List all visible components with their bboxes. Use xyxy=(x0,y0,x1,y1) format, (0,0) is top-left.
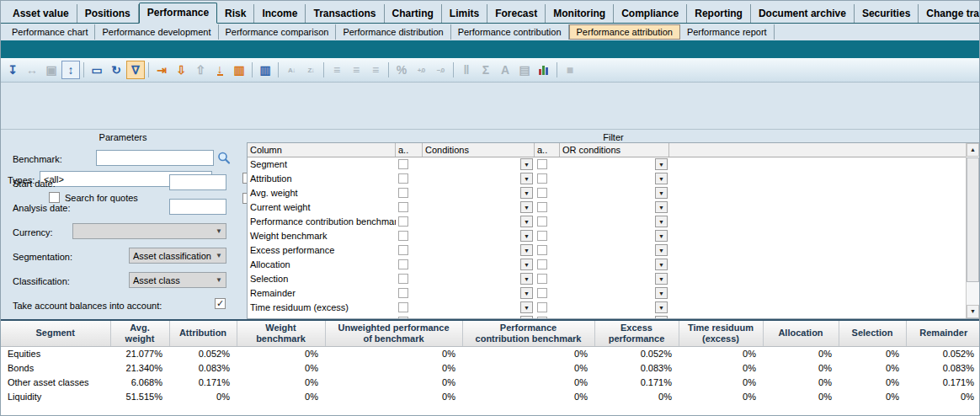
sort-asc-icon[interactable]: A↓ xyxy=(282,61,301,79)
or-conditions-dropdown[interactable]: ▼ xyxy=(655,301,668,313)
filter-or-checkbox[interactable] xyxy=(537,302,547,312)
main-tab-document-archive[interactable]: Document archive xyxy=(751,4,855,23)
sub-tab-performance-chart[interactable]: Performance chart xyxy=(5,24,95,40)
sort-desc-icon[interactable]: Z↓ xyxy=(301,61,320,79)
filter-and-checkbox[interactable] xyxy=(398,274,408,284)
filter-scrollbar[interactable]: ▲ ▼ xyxy=(966,143,979,318)
filter-and-checkbox[interactable] xyxy=(398,245,408,255)
or-conditions-dropdown[interactable]: ▼ xyxy=(655,216,668,227)
filter-and-checkbox[interactable] xyxy=(398,188,408,198)
filter-or-checkbox[interactable] xyxy=(537,231,547,241)
filter-or-checkbox[interactable] xyxy=(537,274,547,284)
or-conditions-dropdown[interactable]: ▼ xyxy=(655,187,668,199)
or-conditions-dropdown[interactable]: ▼ xyxy=(655,287,668,299)
main-tab-securities[interactable]: Securities xyxy=(855,4,919,23)
filter-and-checkbox[interactable] xyxy=(398,302,408,312)
optimize-columns-icon[interactable]: ▥ xyxy=(230,61,248,79)
percent-icon[interactable]: % xyxy=(392,61,411,79)
main-tab-charting[interactable]: Charting xyxy=(385,4,442,23)
filter-or-checkbox[interactable] xyxy=(537,259,547,269)
results-header-excess-performance[interactable]: Excessperformance xyxy=(594,321,679,346)
main-tab-transactions[interactable]: Transactions xyxy=(306,4,384,23)
filter-and-checkbox[interactable] xyxy=(398,202,408,212)
main-tab-asset-value[interactable]: Asset value xyxy=(5,4,77,23)
account-balances-checkbox[interactable] xyxy=(215,298,226,309)
conditions-dropdown[interactable]: ▼ xyxy=(520,244,533,256)
analysis-date-input[interactable] xyxy=(169,199,226,215)
filter-or-checkbox[interactable] xyxy=(537,202,547,212)
conditions-dropdown[interactable]: ▼ xyxy=(520,273,533,285)
sum-icon[interactable]: Σ xyxy=(477,61,495,79)
group-columns-icon[interactable]: ‖ xyxy=(457,61,476,79)
table-row-liquidity[interactable]: Liquidity51.515%0%0%0%0%0%0%0%0%0% xyxy=(1,389,980,403)
conditions-dropdown[interactable]: ▼ xyxy=(520,173,533,184)
main-tab-risk[interactable]: Risk xyxy=(217,4,254,23)
or-conditions-dropdown[interactable]: ▼ xyxy=(655,244,668,256)
table-row-other-asset-classes[interactable]: Other asset classes6.068%0.171%0%0%0%0.1… xyxy=(1,375,980,389)
filter-and-checkbox[interactable] xyxy=(398,288,408,298)
jump-last-icon[interactable]: ↓ xyxy=(210,61,229,79)
start-date-input[interactable] xyxy=(169,174,226,190)
results-header-avg-weight[interactable]: Avg.weight xyxy=(110,321,169,346)
expand-column-icon[interactable]: ⇥ xyxy=(152,61,171,79)
remove-decimal-icon[interactable]: −.0 xyxy=(431,61,450,79)
table-row-equities[interactable]: Equities21.077%0.052%0%0%0%0.052%0%0%0%0… xyxy=(1,346,980,360)
results-header-weight-benchmark[interactable]: Weightbenchmark xyxy=(237,321,325,346)
or-conditions-dropdown[interactable]: ▼ xyxy=(655,201,668,213)
sub-tab-performance-comparison[interactable]: Performance comparison xyxy=(219,24,337,40)
columns-icon[interactable]: ▤ xyxy=(515,61,534,79)
main-tab-monitoring[interactable]: Monitoring xyxy=(546,4,614,23)
results-header-allocation[interactable]: Allocation xyxy=(763,321,839,346)
refresh-icon[interactable]: ↻ xyxy=(107,61,125,79)
scrollbar-thumb[interactable] xyxy=(967,157,979,282)
font-icon[interactable]: A xyxy=(496,61,514,79)
sub-tab-performance-attribution[interactable]: Performance attribution xyxy=(569,24,680,40)
column-visibility-icon[interactable]: ▥ xyxy=(256,61,274,79)
window-layout-icon[interactable]: ▭ xyxy=(88,61,106,79)
fit-height-icon[interactable]: ↕ xyxy=(61,61,80,79)
classification-combo[interactable]: Asset class ▼ xyxy=(129,272,226,288)
benchmark-search-icon[interactable] xyxy=(216,151,232,166)
or-conditions-dropdown[interactable]: ▼ xyxy=(655,173,668,184)
filter-and-checkbox[interactable] xyxy=(398,259,408,269)
stop-icon[interactable]: ■ xyxy=(561,61,579,79)
filter-or-checkbox[interactable] xyxy=(537,159,547,169)
align-center-icon[interactable]: ≡ xyxy=(347,61,365,79)
results-header-selection[interactable]: Selection xyxy=(839,321,906,346)
filter-and-checkbox[interactable] xyxy=(398,216,408,227)
collapse-icon[interactable]: ⇧ xyxy=(191,61,210,79)
filter-or-checkbox[interactable] xyxy=(537,173,547,184)
conditions-dropdown[interactable]: ▼ xyxy=(520,187,533,199)
table-row-bonds[interactable]: Bonds21.340%0.083%0%0%0%0.083%0%0%0%0.08… xyxy=(1,360,980,375)
fit-selection-icon[interactable]: ▣ xyxy=(42,61,61,79)
conditions-dropdown[interactable]: ▼ xyxy=(520,216,533,227)
or-conditions-dropdown[interactable]: ▼ xyxy=(655,158,668,170)
filter-or-checkbox[interactable] xyxy=(537,245,547,255)
filter-or-checkbox[interactable] xyxy=(537,188,547,198)
benchmark-input[interactable] xyxy=(96,150,214,166)
align-right-icon[interactable]: ≡ xyxy=(366,61,385,79)
conditions-dropdown[interactable]: ▼ xyxy=(520,259,533,270)
fit-width-icon[interactable]: ↔ xyxy=(23,61,41,79)
sub-tab-performance-development[interactable]: Performance development xyxy=(95,24,218,40)
conditions-dropdown[interactable]: ▼ xyxy=(520,201,533,213)
main-tab-limits[interactable]: Limits xyxy=(442,4,487,23)
results-header-time-residuum-excess[interactable]: Time residuum(excess) xyxy=(679,321,763,346)
or-conditions-dropdown[interactable]: ▼ xyxy=(655,273,668,285)
filter-and-checkbox[interactable] xyxy=(398,159,408,169)
results-header-remainder[interactable]: Remainder xyxy=(906,321,980,346)
results-header-performance-contribution-benchmark[interactable]: Performancecontribution benchmark xyxy=(462,321,594,346)
main-tab-reporting[interactable]: Reporting xyxy=(687,4,751,23)
expand-row-icon[interactable]: ⇩ xyxy=(172,61,190,79)
conditions-dropdown[interactable]: ▼ xyxy=(520,230,533,242)
conditions-dropdown[interactable]: ▼ xyxy=(520,301,533,313)
main-tab-forecast[interactable]: Forecast xyxy=(487,4,546,23)
results-header-unweighted-performance-of-benchmark[interactable]: Unweighted performanceof benchmark xyxy=(325,321,462,346)
filter-and-checkbox[interactable] xyxy=(398,231,408,241)
export-table-icon[interactable]: ↧ xyxy=(3,61,22,79)
align-left-icon[interactable]: ≡ xyxy=(328,61,346,79)
filter-icon[interactable]: ∇ xyxy=(126,61,145,79)
main-tab-positions[interactable]: Positions xyxy=(77,4,139,23)
chart-icon[interactable] xyxy=(535,61,553,79)
add-decimal-icon[interactable]: +.0 xyxy=(412,61,430,79)
